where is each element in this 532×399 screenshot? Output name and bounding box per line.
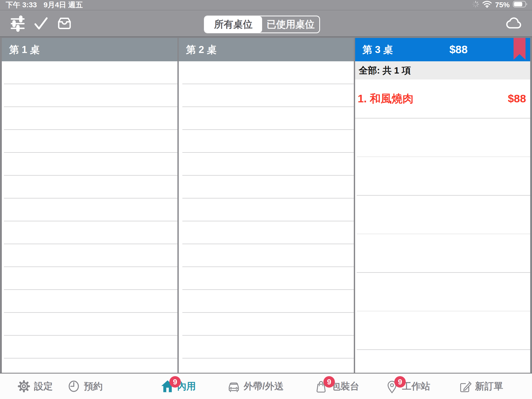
segment-used-tables[interactable]: 已使用桌位 <box>262 16 320 32</box>
wifi-icon <box>482 1 492 10</box>
tab-workstation[interactable]: 9 工作站 <box>385 374 430 399</box>
table-2-title: 第 2 桌 <box>186 43 217 56</box>
tab-takeout-delivery[interactable]: 外帶/外送 <box>227 374 284 399</box>
car-icon <box>227 380 240 393</box>
status-bar: 下午 3:33 9月4日 週五 <box>0 0 532 10</box>
tab-reservations[interactable]: 預約 <box>67 374 103 399</box>
table-3-empty-rows <box>357 118 530 373</box>
table-column-3: 第 3 桌 $88 全部: 共 1 項 1. 和風燒肉 $88 <box>355 38 530 373</box>
order-item-price: $88 <box>508 92 526 105</box>
table-2-empty-rows <box>179 61 354 373</box>
activity-spinner-icon <box>472 1 479 9</box>
table-3-header[interactable]: 第 3 桌 $88 <box>355 38 530 61</box>
tab-settings[interactable]: 設定 <box>17 374 53 399</box>
clock-icon <box>67 380 80 393</box>
order-item-label: 1. 和風燒肉 <box>358 91 414 106</box>
toolbar: 所有桌位 已使用桌位 <box>0 11 532 36</box>
status-time: 下午 3:33 <box>6 0 37 10</box>
compose-icon <box>458 380 471 393</box>
order-summary-row: 全部: 共 1 項 <box>355 61 530 79</box>
tab-dine-in[interactable]: 9 內用 <box>161 374 196 399</box>
battery-percent: 75% <box>495 1 510 9</box>
bag-icon: 9 <box>315 380 328 393</box>
tab-bar: 設定 預約 9 內用 <box>0 373 532 399</box>
table-column-2: 第 2 桌 <box>179 38 354 373</box>
order-summary-text: 全部: 共 1 項 <box>359 64 411 77</box>
pin-icon: 9 <box>385 380 398 393</box>
table-filter-segmented-control: 所有桌位 已使用桌位 <box>204 16 320 33</box>
pos-app: 下午 3:33 9月4日 週五 <box>0 0 532 399</box>
tables-board: 第 1 桌 第 2 桌 第 3 桌 $88 全部: 共 1 項 1. 和風燒肉 … <box>0 36 532 373</box>
home-icon: 9 <box>161 380 174 393</box>
bookmark-ribbon-icon <box>514 38 526 60</box>
table-1-title: 第 1 桌 <box>9 43 40 56</box>
battery-icon <box>513 0 528 10</box>
table-3-total: $88 <box>449 43 468 56</box>
order-item-row[interactable]: 1. 和風燒肉 $88 <box>355 79 530 118</box>
workstation-badge: 9 <box>394 376 406 388</box>
table-2-header[interactable]: 第 2 桌 <box>179 38 354 61</box>
dine-in-badge: 9 <box>169 376 181 388</box>
filter-sliders-icon[interactable] <box>9 15 26 32</box>
cloud-icon[interactable] <box>506 15 523 32</box>
table-3-title: 第 3 桌 <box>362 43 393 56</box>
gear-icon <box>17 380 30 393</box>
table-1-empty-rows <box>2 61 177 373</box>
table-1-header[interactable]: 第 1 桌 <box>2 38 177 61</box>
segment-all-tables[interactable]: 所有桌位 <box>205 16 262 32</box>
packing-badge: 9 <box>323 376 335 388</box>
status-date: 9月4日 週五 <box>44 0 83 10</box>
confirm-check-icon[interactable] <box>33 15 49 32</box>
tab-packing-station[interactable]: 9 包裝台 <box>315 374 359 399</box>
tab-new-order[interactable]: 新訂單 <box>458 374 503 399</box>
inbox-tray-icon[interactable] <box>56 15 73 32</box>
table-column-1: 第 1 桌 <box>2 38 177 373</box>
